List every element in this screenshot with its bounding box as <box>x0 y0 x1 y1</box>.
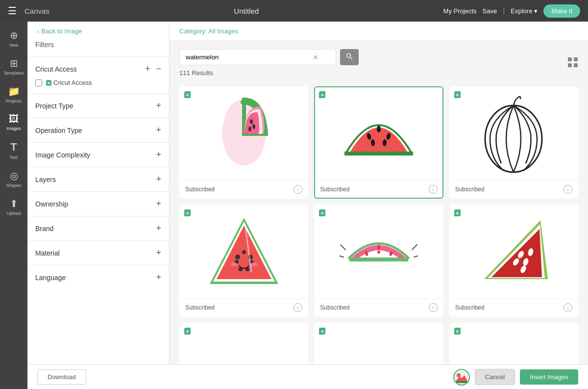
filter-section-project-type[interactable]: Project Type + <box>27 93 169 118</box>
access-badge: a <box>319 209 325 216</box>
access-badge: a <box>184 209 191 216</box>
search-input-wrap: ✕ <box>179 49 336 65</box>
image-card[interactable]: a <box>314 86 443 199</box>
access-badge: a <box>184 328 191 335</box>
access-badge: a <box>184 91 191 98</box>
filter-section-ownership[interactable]: Ownership + <box>27 191 169 216</box>
info-icon[interactable]: i <box>564 185 572 194</box>
insert-images-button[interactable]: Insert Images <box>520 369 578 385</box>
filter-label: Image Complexity <box>35 151 90 159</box>
back-label: Back to Image <box>41 27 82 35</box>
search-button[interactable] <box>340 49 359 65</box>
image-card[interactable]: a <box>314 205 443 317</box>
image-card[interactable]: a <box>449 205 578 317</box>
filter-section-layers[interactable]: Layers + <box>27 167 169 191</box>
upload-icon: ⬆ <box>10 198 18 209</box>
chevron-left-icon: ‹ <box>37 27 39 35</box>
subscription-label: Subscribed <box>185 186 215 193</box>
app-title: Canvas <box>24 7 49 15</box>
svg-rect-2 <box>568 57 572 61</box>
svg-point-21 <box>235 255 240 259</box>
document-title[interactable]: Untitled <box>234 7 259 15</box>
filter-label: Project Type <box>35 102 74 110</box>
filter-section-language[interactable]: Language + <box>27 265 169 289</box>
expand-icon[interactable]: + <box>156 125 161 135</box>
cricut-access-checkbox[interactable] <box>35 79 42 86</box>
explore-dropdown[interactable]: Explore ▾ <box>511 7 538 15</box>
svg-point-23 <box>231 262 238 266</box>
info-icon[interactable]: i <box>294 303 302 312</box>
sidebar-item-shapes[interactable]: ◎ Shapes <box>0 166 27 192</box>
svg-point-40 <box>457 373 461 377</box>
subscription-label: Subscribed <box>185 304 215 311</box>
info-icon[interactable]: i <box>294 185 302 194</box>
menu-icon[interactable]: ☰ <box>8 5 17 17</box>
sidebar-item-text[interactable]: T Text <box>0 137 27 164</box>
subscription-label: Subscribed <box>320 186 349 193</box>
sidebar-item-label: Projects <box>6 99 22 104</box>
subscription-label: Subscribed <box>455 186 485 193</box>
download-button[interactable]: Download <box>37 369 86 385</box>
access-badge: a <box>319 328 325 335</box>
bottom-bar: Download Cancel Insert Images <box>27 364 588 389</box>
sidebar-item-templates[interactable]: ⊞ Templates <box>0 53 27 79</box>
clear-search-icon[interactable]: ✕ <box>313 53 318 61</box>
cricut-access-checkbox-label: a Cricut Access <box>46 79 92 86</box>
make-it-button[interactable]: Make It <box>543 4 580 18</box>
filter-label: Material <box>35 249 60 257</box>
cricut-access-add-icon[interactable]: + <box>145 64 150 74</box>
navbar: ☰ Canvas Untitled My Projects Save | Exp… <box>0 0 588 22</box>
image-card[interactable]: a <box>179 86 308 199</box>
expand-icon[interactable]: + <box>156 223 161 233</box>
info-icon[interactable]: i <box>564 303 572 312</box>
access-badge: a <box>454 91 461 98</box>
filter-label: Brand <box>35 225 53 233</box>
sidebar-item-images[interactable]: 🖼 Images <box>0 109 27 135</box>
filter-section-image-complexity[interactable]: Image Complexity + <box>27 142 169 167</box>
cricut-access-filter: Cricut Access + − a Cricut Access <box>27 56 169 93</box>
my-projects-link[interactable]: My Projects <box>443 7 477 15</box>
expand-icon[interactable]: + <box>156 101 161 111</box>
category-label: Category: <box>179 27 207 35</box>
svg-point-33 <box>377 245 380 250</box>
access-badge: a <box>454 209 461 216</box>
templates-icon: ⊞ <box>10 57 18 69</box>
sidebar-item-label: Images <box>6 126 21 131</box>
image-card[interactable]: a <box>449 86 578 199</box>
expand-icon[interactable]: + <box>156 199 161 209</box>
expand-icon[interactable]: + <box>156 150 161 160</box>
back-to-image-link[interactable]: ‹ Back to Image <box>35 27 161 35</box>
access-badge: a <box>454 328 461 335</box>
svg-rect-3 <box>574 57 578 61</box>
sidebar-item-label: Shapes <box>6 183 22 188</box>
results-count: 111 Results <box>179 69 359 77</box>
filter-section-material[interactable]: Material + <box>27 240 169 265</box>
svg-rect-5 <box>574 63 578 67</box>
sidebar-item-projects[interactable]: 📁 Projects <box>0 81 27 107</box>
images-icon: 🖼 <box>9 113 19 125</box>
image-grid-container: a <box>170 80 588 389</box>
filter-section-operation-type[interactable]: Operation Type + <box>27 118 169 142</box>
svg-rect-4 <box>568 63 572 67</box>
sidebar-item-new[interactable]: ⊕ New <box>0 26 27 52</box>
filter-label: Ownership <box>35 200 68 208</box>
save-button[interactable]: Save <box>483 7 497 15</box>
expand-icon[interactable]: + <box>156 248 161 258</box>
svg-point-17 <box>242 250 246 254</box>
expand-icon[interactable]: + <box>156 272 161 283</box>
cancel-button[interactable]: Cancel <box>475 369 515 385</box>
image-card[interactable]: a <box>179 205 308 317</box>
cricut-access-minus-icon[interactable]: − <box>156 64 161 74</box>
svg-point-27 <box>377 251 380 254</box>
subscription-label: Subscribed <box>320 304 349 311</box>
filter-section-brand[interactable]: Brand + <box>27 216 169 240</box>
sidebar-item-label: Templates <box>3 71 24 76</box>
sidebar-item-upload[interactable]: ⬆ Upload <box>0 194 27 220</box>
grid-toggle-button[interactable] <box>567 57 578 68</box>
info-icon[interactable]: i <box>429 185 438 194</box>
filter-label: Language <box>35 274 66 282</box>
expand-icon[interactable]: + <box>156 174 161 184</box>
info-icon[interactable]: i <box>429 303 438 312</box>
category-value[interactable]: All Images <box>208 27 238 35</box>
sidebar-item-label: Text <box>10 155 18 160</box>
